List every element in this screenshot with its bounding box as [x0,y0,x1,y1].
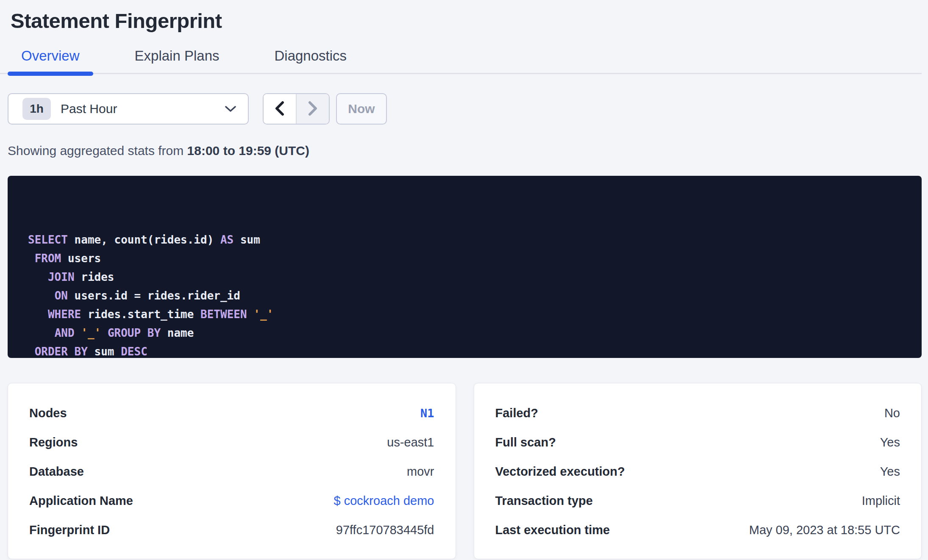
row-label: Regions [29,435,78,449]
row-value[interactable]: $ cockroach demo [334,494,434,508]
row-value: us-east1 [387,435,434,449]
sql-statement-box: SELECT name, count(rides.id) AS sum FROM… [8,176,922,358]
sql-line: FROM users [28,249,901,268]
row-label: Full scan? [495,435,556,449]
sql-statement: SELECT name, count(rides.id) AS sum FROM… [28,230,901,358]
row-value[interactable]: N1 [420,407,434,420]
summary-card-left: NodesN1Regionsus-east1DatabasemovrApplic… [8,383,456,559]
row-label: Vectorized execution? [495,465,625,479]
next-interval-button[interactable] [296,94,329,124]
row-label: Failed? [495,406,539,420]
card-row: Full scan?Yes [495,428,900,457]
tab-bar: OverviewExplain PlansDiagnostics [0,47,922,74]
row-value: No [884,406,900,420]
now-button[interactable]: Now [336,93,387,125]
summary-cards: NodesN1Regionsus-east1DatabasemovrApplic… [8,383,922,559]
summary-card-right: Failed?NoFull scan?YesVectorized executi… [474,383,922,559]
stats-line-range: 18:00 to 19:59 (UTC) [187,144,309,158]
time-controls: 1h Past Hour Now [8,93,928,125]
tab-label: Explain Plans [135,48,219,64]
tab-overview[interactable]: Overview [8,47,93,73]
card-row: Regionsus-east1 [29,428,434,457]
row-label: Application Name [29,494,133,508]
aggregated-stats-line: Showing aggregated stats from 18:00 to 1… [8,143,928,158]
tab-diagnostics[interactable]: Diagnostics [261,47,360,73]
chevron-left-icon [274,100,285,118]
card-row: Failed?No [495,399,900,428]
page-title: Statement Fingerprint [11,9,928,32]
row-value: May 09, 2023 at 18:55 UTC [749,523,900,537]
sql-line: JOIN rides [28,268,901,286]
prev-interval-button[interactable] [264,94,296,124]
row-value: 97ffc170783445fd [336,523,434,537]
row-label: Last execution time [495,523,610,537]
sql-line: WHERE rides.start_time BETWEEN '_' [28,305,901,324]
row-label: Fingerprint ID [29,523,110,537]
time-interval-dropdown[interactable]: 1h Past Hour [8,93,249,125]
sql-line: AND '_' GROUP BY name [28,324,901,342]
card-row: Last execution timeMay 09, 2023 at 18:55… [495,516,900,545]
sql-line: ON users.id = rides.rider_id [28,286,901,305]
row-value: Implicit [862,494,900,508]
row-label: Database [29,465,84,479]
tab-label: Overview [21,48,80,64]
interval-arrow-group [263,93,330,125]
chevron-right-icon [307,100,318,118]
card-row: Vectorized execution?Yes [495,457,900,486]
row-value: Yes [880,435,900,449]
chevron-down-icon [224,105,237,113]
time-interval-label: Past Hour [61,102,117,116]
row-value: Yes [880,465,900,479]
row-label: Transaction type [495,494,593,508]
sql-line: ORDER BY sum DESC [28,342,901,358]
row-label: Nodes [29,406,67,420]
time-interval-badge: 1h [22,98,51,120]
tab-explain-plans[interactable]: Explain Plans [121,47,233,73]
stats-line-prefix: Showing aggregated stats from [8,144,187,158]
card-row: Databasemovr [29,457,434,486]
card-row: NodesN1 [29,399,434,428]
row-value: movr [407,465,434,479]
card-row: Application Name$ cockroach demo [29,486,434,516]
card-row: Fingerprint ID97ffc170783445fd [29,516,434,545]
card-row: Transaction typeImplicit [495,486,900,516]
tab-label: Diagnostics [274,48,347,64]
statement-fingerprint-page: Statement Fingerprint OverviewExplain Pl… [0,9,928,560]
sql-line: SELECT name, count(rides.id) AS sum [28,230,901,249]
